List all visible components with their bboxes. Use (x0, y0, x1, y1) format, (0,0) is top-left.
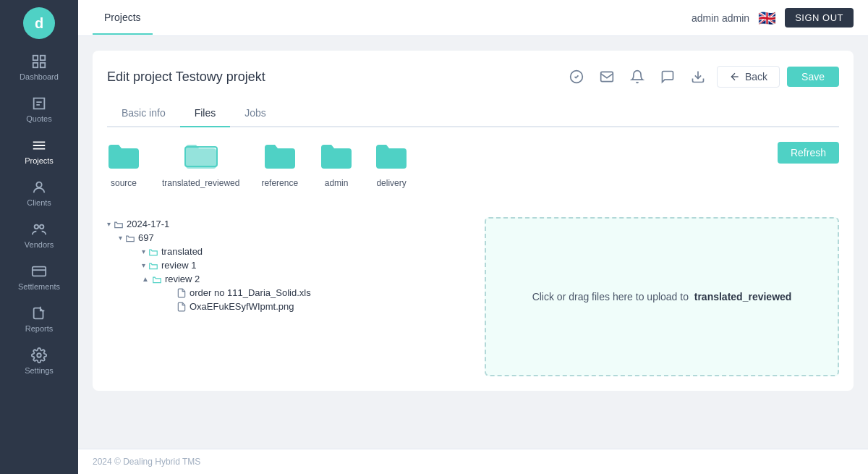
check-icon[interactable] (565, 65, 588, 88)
svg-point-5 (35, 225, 39, 229)
save-button[interactable]: Save (787, 67, 839, 87)
collapse-root-icon: ▾ (107, 220, 111, 228)
tree-file1[interactable]: order no 111_Daria_Solid.xls (176, 286, 473, 300)
page-tabs: Basic info Files Jobs (107, 100, 839, 127)
file-tree: ▾ 2024-17-1 ▾ 697 ▾ (107, 217, 473, 376)
folder-delivery-icon (375, 142, 408, 171)
projects-icon (31, 137, 47, 153)
mail-icon[interactable] (595, 65, 618, 88)
file1-icon (176, 288, 187, 298)
clients-icon (31, 179, 47, 195)
svg-point-8 (37, 353, 41, 357)
tab-jobs[interactable]: Jobs (230, 100, 281, 127)
folder-translated-reviewed[interactable]: translated_reviewed (162, 142, 239, 188)
page-title: Edit project Testowy projekt (107, 69, 265, 85)
tree-file1-row: order no 111_Daria_Solid.xls (142, 286, 473, 300)
sidebar-item-reports[interactable]: Reports (0, 298, 78, 340)
settlements-icon (31, 263, 47, 279)
folder-697-icon (125, 233, 135, 243)
language-flag[interactable]: 🇬🇧 (758, 9, 776, 27)
topnav: Projects admin admin 🇬🇧 SIGN OUT (78, 0, 868, 36)
tree-translated-row: ▾ translated (119, 245, 473, 258)
tree-translated[interactable]: ▾ translated (142, 245, 473, 258)
sidebar-item-projects[interactable]: Projects (0, 130, 78, 172)
user-name: admin admin (692, 12, 749, 24)
tree-review1-row: ▾ review 1 (119, 258, 473, 272)
folder-admin-icon (320, 142, 353, 171)
message-icon[interactable] (656, 65, 679, 88)
collapse-review2-icon: ▲ (142, 275, 149, 283)
folder-review2-icon (152, 274, 162, 284)
reports-icon (31, 305, 47, 321)
back-arrow-icon (729, 71, 741, 82)
page-footer: 2024 © Dealing Hybrid TMS (78, 449, 868, 474)
folder-reference[interactable]: reference (261, 142, 298, 188)
back-button[interactable]: Back (717, 66, 780, 88)
card-actions: Back Save (565, 65, 839, 88)
svg-point-4 (36, 182, 41, 187)
dashboard-icon (31, 54, 47, 69)
svg-rect-3 (41, 63, 45, 67)
sidebar-item-dashboard[interactable]: Dashboard (0, 46, 78, 88)
tree-review1[interactable]: ▾ review 1 (142, 258, 473, 272)
files-layout: ▾ 2024-17-1 ▾ 697 ▾ (107, 217, 839, 376)
tree-review2[interactable]: ▲ review 2 (142, 272, 473, 286)
project-card: Edit project Testowy projekt (93, 51, 854, 391)
tree-file2[interactable]: OxaEFukESyfWIpmt.png (176, 300, 473, 313)
svg-rect-2 (33, 63, 38, 67)
folder-delivery[interactable]: delivery (375, 142, 408, 188)
topnav-projects-tab[interactable]: Projects (93, 1, 153, 35)
svg-rect-7 (33, 267, 46, 276)
sidebar: d Dashboard Quotes Projects Clients Vend… (0, 0, 78, 474)
tree-697[interactable]: ▾ 697 (119, 231, 473, 245)
sidebar-logo[interactable]: d (23, 7, 55, 39)
sidebar-item-clients[interactable]: Clients (0, 172, 78, 214)
sidebar-item-vendors[interactable]: Vendors (0, 214, 78, 256)
svg-rect-1 (41, 56, 45, 60)
tree-root[interactable]: ▾ 2024-17-1 (107, 217, 473, 231)
tab-basic-info[interactable]: Basic info (107, 100, 180, 127)
folder-review1-icon (148, 261, 158, 271)
folder-admin[interactable]: admin (320, 142, 353, 188)
download-icon[interactable] (686, 65, 710, 88)
tree-file2-row: OxaEFukESyfWIpmt.png (142, 300, 473, 313)
vendors-icon (31, 221, 47, 237)
signout-button[interactable]: SIGN OUT (785, 8, 854, 27)
file2-icon (176, 302, 187, 312)
folder-translated-reviewed-icon (184, 142, 218, 171)
tree-child1-row: ▾ 697 ▾ translated (107, 231, 473, 313)
sidebar-item-quotes[interactable]: Quotes (0, 88, 78, 130)
folder-translated-icon (148, 247, 158, 257)
svg-rect-0 (33, 56, 38, 60)
tab-files[interactable]: Files (180, 100, 231, 127)
sidebar-item-settlements[interactable]: Settlements (0, 256, 78, 298)
refresh-button[interactable]: Refresh (778, 142, 839, 164)
collapse-review1-icon: ▾ (142, 261, 145, 269)
main-content: Projects admin admin 🇬🇧 SIGN OUT Edit pr… (78, 0, 868, 474)
folder-source-icon (107, 142, 140, 171)
bell-icon[interactable] (626, 65, 649, 88)
page-content: Edit project Testowy projekt (78, 36, 868, 449)
svg-point-6 (40, 225, 43, 229)
folder-reference-icon (263, 142, 297, 171)
drop-zone[interactable]: Click or drag files here to upload to tr… (485, 217, 839, 376)
topnav-right: admin admin 🇬🇧 SIGN OUT (692, 8, 854, 27)
svg-rect-10 (601, 72, 613, 81)
drop-zone-text: Click or drag files here to upload to tr… (532, 291, 792, 302)
folders-row: source translated_reviewed (107, 142, 408, 203)
folder-source[interactable]: source (107, 142, 140, 188)
quotes-icon (31, 96, 47, 111)
tree-review2-row: ▲ review 2 order no 111_Daria_Solid.xls (119, 272, 473, 313)
sidebar-item-settings[interactable]: Settings (0, 340, 78, 382)
collapse-translated-icon: ▾ (142, 247, 145, 255)
collapse-697-icon: ▾ (119, 234, 122, 242)
settings-icon (31, 347, 47, 363)
card-header: Edit project Testowy projekt (107, 65, 839, 88)
folder-tree-root-icon (114, 219, 124, 229)
